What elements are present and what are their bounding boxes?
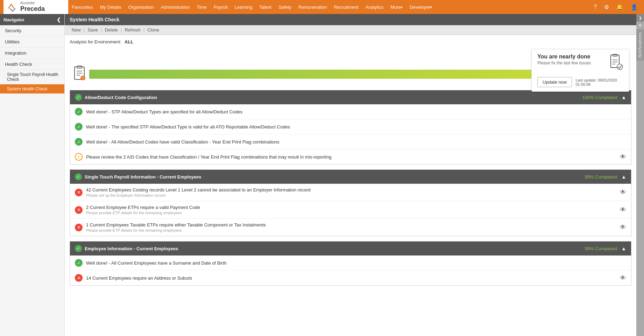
section-title: Employee Information - Current Employees xyxy=(85,246,178,251)
item-main-text: Well done! - All Current Employees have … xyxy=(86,260,626,266)
user-icon[interactable]: 👤 xyxy=(628,0,641,14)
nav-analytics[interactable]: Analytics xyxy=(362,0,387,14)
item-text: Well done! - All Current Employees have … xyxy=(86,260,626,266)
section-collapse-icon[interactable]: ▲ xyxy=(621,94,626,100)
item-main-text: Well done! - All Allow/Deduct Codes have… xyxy=(86,139,626,145)
section-item: ✕ 42 Current Employees Costing records L… xyxy=(70,184,631,201)
environment-label: Analysis for Environment: ALL xyxy=(70,39,631,44)
success-icon: ✓ xyxy=(75,138,83,146)
last-update-date: 09/01/2020 xyxy=(598,78,617,82)
sidebar-item-utilities[interactable]: Utilities xyxy=(0,36,64,48)
refresh-button[interactable]: Refresh xyxy=(122,27,143,33)
section-header-left: ✓ Employee Information - Current Employe… xyxy=(75,245,178,252)
update-now-button[interactable]: Update now xyxy=(537,77,572,87)
notifications-collapse-button[interactable]: ❯ xyxy=(636,14,644,22)
view-icon[interactable]: 👁 xyxy=(620,189,626,196)
nav-mydetails[interactable]: My Details xyxy=(97,0,125,14)
section-stp-current: ✓ Single Touch Payroll Information - Cur… xyxy=(70,169,631,236)
section-check-icon: ✓ xyxy=(75,173,82,180)
nearly-done-card: You are nearly done Please fix the last … xyxy=(531,49,629,92)
section-header-stp-current[interactable]: ✓ Single Touch Payroll Information - Cur… xyxy=(70,170,631,184)
view-icon[interactable]: 👁 xyxy=(620,206,626,214)
item-main-text: 1 Current Employees Taxable ETPs require… xyxy=(86,222,616,227)
content-body: Analysis for Environment: ALL You are ne… xyxy=(65,35,636,336)
item-text: Well done! - The specified STP Allow/Ded… xyxy=(86,124,626,130)
nav-administration[interactable]: Administration xyxy=(157,0,193,14)
app-logo: Ascender Preceda xyxy=(3,0,68,14)
nav-favourites[interactable]: Favourites xyxy=(68,0,97,14)
section-status: 99% Completed xyxy=(585,174,617,180)
nav-talent[interactable]: Talent xyxy=(256,0,275,14)
clone-button[interactable]: Clone xyxy=(145,27,161,33)
environment-value: ALL xyxy=(125,39,133,44)
item-text: 1 Current Employees Taxable ETPs require… xyxy=(86,222,616,232)
section-status: 99% Completed xyxy=(585,246,617,251)
section-header-left: ✓ Single Touch Payroll Information - Cur… xyxy=(75,173,201,180)
section-item: ✓ Well done! - The specified STP Allow/D… xyxy=(70,119,631,134)
item-main-text: 2 Current Employee ETPs require a valid … xyxy=(86,205,616,210)
section-header-allow-deduct[interactable]: ✓ Allow/Deduct Code Configuration 100% C… xyxy=(70,90,631,104)
section-status: 100% Completed xyxy=(582,95,617,100)
sections-container: ✓ Allow/Deduct Code Configuration 100% C… xyxy=(70,90,631,286)
nearly-done-footer: Update now Last update: 09/01/2020 01:56… xyxy=(537,77,623,87)
section-collapse-icon[interactable]: ▲ xyxy=(621,246,626,251)
sidebar-item-sys-health[interactable]: System Health Check xyxy=(0,84,64,94)
sidebar-item-stp-health[interactable]: Single Touch Payroll Health Check xyxy=(0,70,64,84)
success-icon: ✓ xyxy=(75,108,83,115)
sidebar-collapse-button[interactable]: ❮ xyxy=(57,17,61,22)
nav-developer[interactable]: Developer xyxy=(406,0,436,14)
delete-button[interactable]: Delete xyxy=(102,27,120,33)
item-main-text: Well done! - The specified STP Allow/Ded… xyxy=(86,124,626,130)
error-icon: ✕ xyxy=(75,274,83,282)
item-main-text: 14 Current Employees require an Address … xyxy=(86,275,616,281)
view-icon[interactable]: 👁 xyxy=(620,153,626,161)
item-text: Well done! - All Allow/Deduct Codes have… xyxy=(86,139,626,145)
section-item: ✕ 1 Current Employees Taxable ETPs requi… xyxy=(70,219,631,236)
help-icon[interactable]: ? xyxy=(591,0,600,14)
sidebar-item-health-check[interactable]: Health Check xyxy=(0,59,64,70)
item-text: 42 Current Employees Costing records Lev… xyxy=(86,187,616,197)
nav-organisation[interactable]: Organisation xyxy=(125,0,157,14)
top-navigation: Ascender Preceda Favourites My Details O… xyxy=(0,0,644,14)
nav-safety[interactable]: Safety xyxy=(275,0,295,14)
item-main-text: Well done! - STP Allow/Deduct Types are … xyxy=(86,109,626,114)
item-text: Well done! - STP Allow/Deduct Types are … xyxy=(86,109,626,114)
nav-icons: ? ⚙ 🔔 👤 xyxy=(591,0,641,14)
sidebar-item-security[interactable]: Security xyxy=(0,25,64,36)
sep1: | xyxy=(83,27,85,33)
section-header-left: ✓ Allow/Deduct Code Configuration xyxy=(75,94,157,101)
success-icon: ✓ xyxy=(75,123,83,131)
item-text: 2 Current Employee ETPs require a valid … xyxy=(86,205,616,215)
notifications-label[interactable]: Notifications xyxy=(636,29,644,61)
svg-text:!: ! xyxy=(82,76,83,80)
view-icon[interactable]: 👁 xyxy=(620,224,626,231)
section-title: Single Touch Payroll Information - Curre… xyxy=(85,174,201,180)
toolbar: New | Save | Delete | Refresh | Clone xyxy=(65,25,636,35)
section-header-emp-info[interactable]: ✓ Employee Information - Current Employe… xyxy=(70,241,631,255)
sidebar: Navigator ❮ Security Utilities Integrati… xyxy=(0,14,65,336)
view-icon[interactable]: 👁 xyxy=(620,274,626,282)
section-item: ✓ Well done! - STP Allow/Deduct Types ar… xyxy=(70,104,631,119)
sep3: | xyxy=(120,27,122,33)
item-main-text: Please review the 2 A/D Codes that have … xyxy=(86,154,616,160)
settings-icon[interactable]: ⚙ xyxy=(601,0,612,14)
last-update-time: 01:56:08 xyxy=(575,82,590,86)
nav-more[interactable]: More xyxy=(387,0,406,14)
last-update-text: Last update: 09/01/2020 01:56:08 xyxy=(575,78,617,86)
item-sub-text: Please set up the Employer Information r… xyxy=(86,193,616,197)
bell-icon[interactable]: 🔔 xyxy=(614,0,626,14)
nav-time[interactable]: Time xyxy=(193,0,210,14)
sidebar-item-integration[interactable]: Integration xyxy=(0,48,64,59)
nav-payroll[interactable]: Payroll xyxy=(210,0,231,14)
section-item: ✕ 2 Current Employee ETPs require a vali… xyxy=(70,201,631,219)
nav-remuneration[interactable]: Remuneration xyxy=(295,0,331,14)
section-title: Allow/Deduct Code Configuration xyxy=(85,95,157,100)
nearly-done-subtitle: Please fix the last few issues xyxy=(537,61,591,65)
save-button[interactable]: Save xyxy=(85,27,100,33)
nav-learning[interactable]: Learning xyxy=(231,0,256,14)
notifications-x-button[interactable]: ✕ xyxy=(637,22,643,29)
section-collapse-icon[interactable]: ▲ xyxy=(621,174,626,180)
item-text: Please review the 2 A/D Codes that have … xyxy=(86,154,616,160)
new-button[interactable]: New xyxy=(70,27,83,33)
nav-recruitment[interactable]: Recruitment xyxy=(330,0,362,14)
